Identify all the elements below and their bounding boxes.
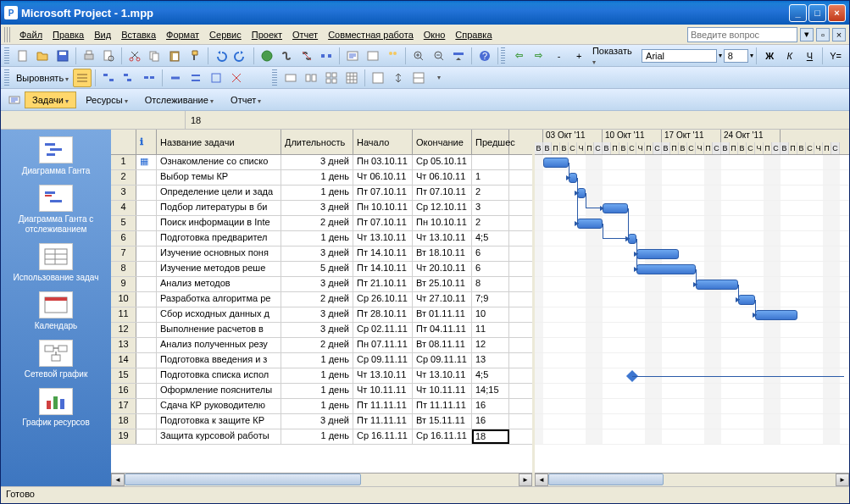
- table-row[interactable]: 6 Подготовка предварител 1 день Чт 13.10…: [111, 231, 532, 246]
- tb-icon[interactable]: [342, 69, 361, 87]
- cell-info[interactable]: [136, 231, 157, 246]
- cell-pred[interactable]: 18: [472, 429, 509, 444]
- cell-name[interactable]: Изучение основных поня: [157, 246, 281, 261]
- cell-name[interactable]: Изучение методов реше: [157, 262, 281, 276]
- cell-duration[interactable]: 1 день: [281, 170, 353, 185]
- row-number[interactable]: 9: [111, 277, 136, 291]
- gantt-row[interactable]: [535, 155, 849, 170]
- paste-button[interactable]: [165, 47, 184, 65]
- row-number[interactable]: 1: [111, 155, 136, 169]
- table-row[interactable]: 1 ▦ Ознакомление со списко 3 дней Пн 03.…: [111, 155, 532, 170]
- help-search-input[interactable]: [687, 27, 797, 42]
- cell-start[interactable]: Чт 13.10.11: [353, 368, 413, 383]
- cell-info[interactable]: [136, 201, 157, 215]
- table-row[interactable]: 10 Разработка алгоритма ре 2 дней Ср 26.…: [111, 292, 532, 307]
- menu-project[interactable]: Проект: [247, 27, 287, 42]
- cell-duration[interactable]: 1 день: [281, 399, 353, 413]
- cell-pred[interactable]: 8: [472, 277, 509, 291]
- cell-info[interactable]: ▦: [136, 155, 157, 169]
- cell-start[interactable]: Пн 03.10.11: [353, 155, 413, 169]
- tb-icon[interactable]: [302, 69, 320, 87]
- table-row[interactable]: 5 Поиск информации в Inte 2 дней Пт 07.1…: [111, 216, 532, 231]
- font-select[interactable]: Arial: [642, 49, 717, 63]
- cell-pred[interactable]: 1: [472, 170, 509, 185]
- gantt-row[interactable]: [535, 277, 849, 292]
- cell-start[interactable]: Ср 16.11.11: [353, 429, 413, 444]
- gantt-row[interactable]: [535, 262, 849, 277]
- scroll-thumb[interactable]: [125, 474, 361, 485]
- table-row[interactable]: 13 Анализ полученных резу 2 дней Пн 07.1…: [111, 338, 532, 353]
- menu-format[interactable]: Формат: [161, 27, 204, 42]
- tb-icon[interactable]: [227, 69, 246, 87]
- gantt-row[interactable]: [535, 353, 849, 368]
- row-number[interactable]: 6: [111, 231, 136, 246]
- cell-info[interactable]: [136, 216, 157, 230]
- row-number[interactable]: 10: [111, 292, 136, 307]
- row-number[interactable]: 19: [111, 429, 136, 444]
- underline-button[interactable]: Ч: [801, 47, 819, 65]
- grid-scrollbar[interactable]: ◄ ►: [111, 473, 532, 486]
- nav-forward-button[interactable]: ⇨: [530, 47, 548, 65]
- cell-pred[interactable]: 11: [472, 323, 509, 337]
- menu-window[interactable]: Окно: [419, 27, 451, 42]
- maximize-button[interactable]: □: [808, 4, 826, 22]
- table-row[interactable]: 17 Сдача КР руководителю 1 день Пт 11.11…: [111, 399, 532, 414]
- cell-name[interactable]: Поиск информации в Inte: [157, 216, 281, 230]
- view-resource-graph[interactable]: График ресурсов: [9, 388, 103, 428]
- cell-info[interactable]: [136, 323, 157, 337]
- cell-finish[interactable]: Чт 06.10.11: [413, 170, 472, 185]
- zoom-out-button[interactable]: [430, 47, 448, 65]
- help-button[interactable]: ?: [475, 47, 494, 65]
- filter-button[interactable]: Y=: [826, 47, 845, 65]
- tb-icon[interactable]: [409, 69, 428, 87]
- toolbar-grip[interactable]: [4, 27, 11, 42]
- gantt-row[interactable]: [535, 231, 849, 246]
- table-row[interactable]: 7 Изучение основных поня 3 дней Пт 14.10…: [111, 246, 532, 262]
- header-info[interactable]: ℹ: [136, 130, 157, 154]
- cell-duration[interactable]: 3 дней: [281, 155, 353, 169]
- view-network[interactable]: Сетевой график: [9, 340, 103, 379]
- menu-edit[interactable]: Правка: [47, 27, 89, 42]
- gantt-bar[interactable]: [636, 249, 679, 259]
- table-row[interactable]: 16 Оформление пояснителы 1 день Чт 10.11…: [111, 384, 532, 399]
- cell-info[interactable]: [136, 368, 157, 383]
- cell-finish[interactable]: Чт 13.10.11: [413, 231, 472, 246]
- cell-finish[interactable]: Пн 10.10.11: [413, 216, 472, 230]
- row-number[interactable]: 5: [111, 216, 136, 230]
- menu-report[interactable]: Отчет: [287, 27, 323, 42]
- cell-info[interactable]: [136, 186, 157, 200]
- gantt-bar[interactable]: [577, 219, 603, 229]
- assign-resources-button[interactable]: [383, 47, 402, 65]
- view-task-usage[interactable]: Использование задач: [9, 243, 103, 283]
- gantt-row[interactable]: [535, 201, 849, 216]
- cell-start[interactable]: Пт 11.11.11: [353, 414, 413, 429]
- scroll-left-button[interactable]: ◄: [111, 474, 125, 486]
- cell-pred[interactable]: 10: [472, 307, 509, 322]
- guide-toggle-button[interactable]: [5, 91, 24, 109]
- cell-duration[interactable]: 1 день: [281, 186, 353, 200]
- cell-info[interactable]: [136, 292, 157, 307]
- gantt-bar[interactable]: [636, 264, 696, 274]
- cell-name[interactable]: Сдача КР руководителю: [157, 399, 281, 413]
- row-number[interactable]: 18: [111, 414, 136, 429]
- header-rownum[interactable]: [111, 130, 136, 154]
- view-calendar[interactable]: Календарь: [9, 291, 103, 331]
- menu-view[interactable]: Вид: [89, 27, 116, 42]
- header-pred[interactable]: Предшес: [472, 130, 509, 154]
- menu-service[interactable]: Сервис: [204, 27, 247, 42]
- row-number[interactable]: 17: [111, 399, 136, 413]
- table-row[interactable]: 9 Анализ методов 3 дней Пт 21.10.11 Вт 2…: [111, 277, 532, 292]
- scroll-right-button[interactable]: ►: [519, 474, 532, 486]
- open-button[interactable]: [34, 47, 53, 65]
- table-row[interactable]: 12 Выполнение расчетов в 3 дней Ср 02.11…: [111, 323, 532, 338]
- table-row[interactable]: 8 Изучение методов реше 5 дней Пт 14.10.…: [111, 262, 532, 277]
- goto-task-button[interactable]: [449, 47, 468, 65]
- cell-duration[interactable]: 1 день: [281, 353, 353, 368]
- gantt-row[interactable]: [535, 323, 849, 338]
- cell-pred[interactable]: [472, 155, 509, 169]
- cell-start[interactable]: Пт 14.10.11: [353, 246, 413, 261]
- table-row[interactable]: 2 Выбор темы КР 1 день Чт 06.10.11 Чт 06…: [111, 170, 532, 186]
- cell-pred[interactable]: 4;5: [472, 231, 509, 246]
- cell-start[interactable]: Чт 06.10.11: [353, 170, 413, 185]
- indent-button[interactable]: +: [569, 47, 588, 65]
